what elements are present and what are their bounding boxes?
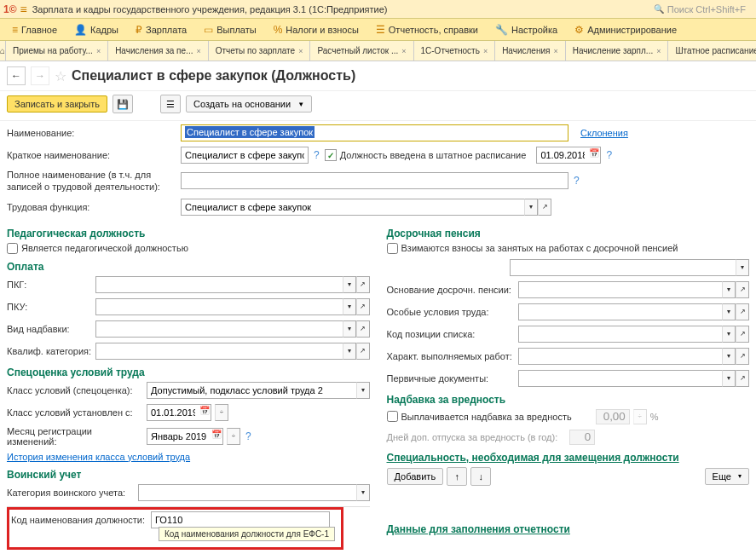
pension-checkbox[interactable]: [387, 243, 398, 254]
tab-home-icon[interactable]: ⌂: [0, 41, 6, 61]
pension-top-input[interactable]: [510, 259, 736, 276]
help-icon[interactable]: ?: [312, 149, 321, 161]
menu-salary[interactable]: ₽Зарплата: [127, 19, 195, 40]
dropdown-icon[interactable]: ▾: [736, 259, 749, 276]
stepper-icon[interactable]: ÷: [227, 428, 240, 445]
menu-main[interactable]: ≡Главное: [3, 19, 66, 40]
open-icon[interactable]: ↗: [736, 326, 749, 343]
dropdown-icon[interactable]: ▾: [722, 348, 736, 365]
pension-work-input[interactable]: [518, 348, 723, 365]
pension-base-input[interactable]: [518, 281, 723, 298]
help-icon[interactable]: ?: [572, 175, 581, 187]
close-icon[interactable]: ×: [483, 47, 488, 55]
tab-item[interactable]: Начисления за пе...×: [108, 41, 209, 61]
menu-admin[interactable]: ⚙Администрирование: [566, 19, 685, 40]
checkbox-staff[interactable]: [325, 149, 337, 161]
tab-item[interactable]: Отчеты по зарплате×: [209, 41, 311, 61]
help-icon[interactable]: ?: [604, 149, 614, 161]
save-close-button[interactable]: Записать и закрыть: [7, 95, 107, 113]
section-specialty[interactable]: Специальность, необходимая для замещения…: [387, 452, 750, 464]
tab-item[interactable]: Штатное расписание×: [668, 41, 756, 61]
dropdown-icon[interactable]: ▾: [722, 326, 736, 343]
nav-back-button[interactable]: ←: [7, 66, 26, 85]
dropdown-icon[interactable]: ▾: [356, 484, 370, 501]
menu-payments[interactable]: ▭Выплаты: [195, 19, 264, 40]
dropdown-icon[interactable]: ▾: [356, 382, 370, 399]
declensions-link[interactable]: Склонения: [580, 128, 628, 138]
search-field[interactable]: Поиск Ctrl+Shift+F: [654, 4, 746, 14]
tab-item[interactable]: Начисление зарпл...×: [566, 41, 669, 61]
func-input[interactable]: [181, 199, 524, 216]
section-report-data[interactable]: Данные для заполнения отчетности: [387, 523, 750, 535]
short-input[interactable]: [181, 147, 309, 164]
open-icon[interactable]: ↗: [356, 343, 370, 360]
open-icon[interactable]: ↗: [356, 320, 370, 338]
chevron-down-icon: ▼: [297, 101, 304, 108]
open-icon[interactable]: ↗: [356, 298, 370, 315]
pension-cond-label: Особые условия труда:: [387, 307, 515, 317]
close-icon[interactable]: ×: [656, 47, 661, 55]
dropdown-icon[interactable]: ▾: [343, 320, 356, 338]
dropdown-icon[interactable]: ▾: [524, 199, 538, 216]
close-icon[interactable]: ×: [196, 47, 200, 55]
mil-cat-input[interactable]: [138, 484, 356, 501]
tab-item[interactable]: 1С-Отчетность×: [414, 41, 496, 61]
open-icon[interactable]: ↗: [736, 370, 749, 387]
main-menu: ≡Главное 👤Кадры ₽Зарплата ▭Выплаты %Нало…: [0, 19, 756, 41]
close-icon[interactable]: ×: [553, 47, 557, 55]
help-icon[interactable]: ?: [244, 430, 253, 442]
qual-input[interactable]: [95, 343, 343, 360]
save-button[interactable]: 💾: [113, 95, 133, 113]
add-button[interactable]: Добавить: [387, 468, 444, 485]
create-based-button[interactable]: Создать на основании▼: [186, 95, 312, 113]
calendar-icon[interactable]: 📅: [199, 406, 210, 415]
tab-item[interactable]: Расчетный листок ...×: [310, 41, 413, 61]
favorite-icon[interactable]: ☆: [55, 68, 66, 84]
calendar-icon[interactable]: 📅: [211, 430, 222, 439]
open-icon[interactable]: ↗: [736, 348, 749, 365]
pkg-input[interactable]: [95, 276, 343, 293]
open-icon[interactable]: ↗: [356, 276, 370, 293]
menu-personnel[interactable]: 👤Кадры: [66, 19, 127, 40]
class-input[interactable]: [147, 382, 356, 399]
move-down-button[interactable]: ↓: [470, 467, 491, 486]
name-input[interactable]: Специалист в сфере закупок: [181, 124, 568, 141]
pku-input[interactable]: [95, 298, 343, 315]
tab-item[interactable]: Начисления×: [495, 41, 566, 61]
close-icon[interactable]: ×: [298, 47, 303, 55]
menu-settings[interactable]: 🔧Настройка: [487, 19, 566, 40]
allowance-input[interactable]: [95, 320, 343, 338]
from-label: Класс условий установлен с:: [7, 407, 143, 418]
nav-forward-button[interactable]: →: [31, 66, 49, 85]
full-input[interactable]: [181, 172, 568, 189]
pension-pos-input[interactable]: [518, 326, 723, 343]
menu-reports[interactable]: ☰Отчетность, справки: [367, 19, 487, 40]
dropdown-icon[interactable]: ▾: [343, 343, 356, 360]
menu-taxes[interactable]: %Налоги и взносы: [265, 19, 367, 40]
open-icon[interactable]: ↗: [538, 199, 551, 216]
history-link[interactable]: История изменения класса условий труда: [7, 452, 190, 462]
pension-cond-input[interactable]: [518, 303, 723, 320]
move-up-button[interactable]: ↑: [447, 467, 467, 486]
hamburger-icon[interactable]: ≡: [20, 3, 27, 16]
more-button[interactable]: Еще▾: [705, 468, 749, 485]
calendar-icon[interactable]: 📅: [589, 148, 599, 158]
stepper-icon[interactable]: ÷: [215, 404, 228, 421]
dropdown-icon[interactable]: ▾: [722, 303, 736, 320]
dropdown-icon[interactable]: ▾: [343, 276, 356, 293]
dropdown-icon[interactable]: ▾: [343, 298, 356, 315]
section-assessment: Спецоценка условий труда: [7, 366, 370, 378]
code-input[interactable]: [151, 511, 330, 528]
is-ped-checkbox[interactable]: [7, 243, 18, 254]
dropdown-icon[interactable]: ▾: [722, 370, 736, 387]
pension-docs-input[interactable]: [518, 370, 723, 387]
harm-checkbox[interactable]: [387, 411, 398, 422]
dropdown-icon[interactable]: ▾: [722, 281, 736, 298]
close-icon[interactable]: ×: [96, 47, 101, 55]
tab-item[interactable]: Приемы на работу...×: [6, 41, 108, 61]
app-title: Зарплата и кадры государственного учрежд…: [32, 4, 654, 14]
open-icon[interactable]: ↗: [736, 281, 749, 298]
open-icon[interactable]: ↗: [736, 303, 749, 320]
close-icon[interactable]: ×: [401, 47, 406, 55]
list-button[interactable]: ☰: [160, 95, 181, 113]
